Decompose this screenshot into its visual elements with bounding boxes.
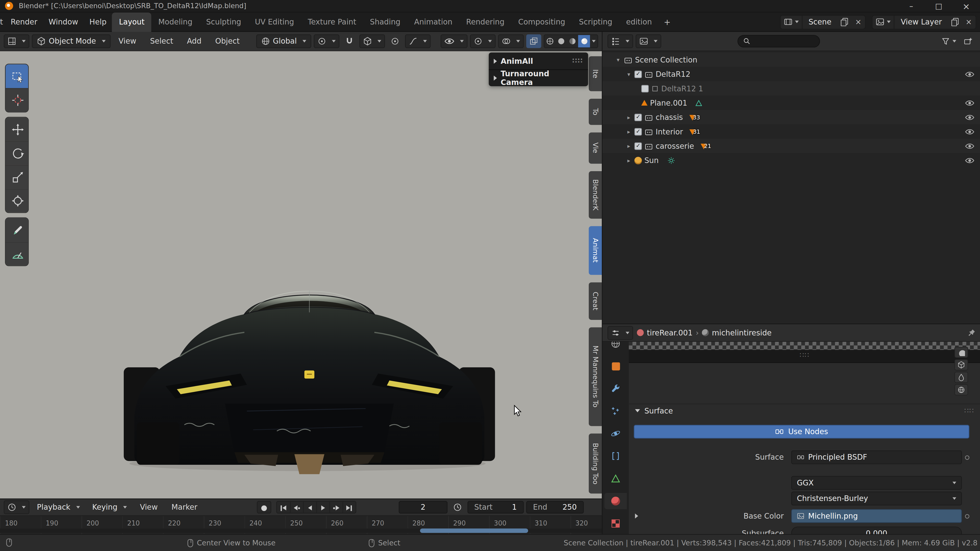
tab-texture-properties[interactable] (605, 515, 627, 532)
tab-particle-properties[interactable] (605, 403, 627, 419)
menu-view[interactable]: View (113, 37, 142, 45)
menu-render[interactable]: Render (5, 17, 43, 26)
pivot-point-dropdown[interactable] (313, 35, 339, 48)
menu-object[interactable]: Object (210, 37, 245, 45)
scene-name-field[interactable]: Scene (802, 17, 838, 26)
filter-button[interactable] (939, 35, 958, 48)
cursor-tool[interactable] (6, 88, 29, 112)
new-collection-button[interactable] (961, 35, 976, 48)
tab-constraint-properties[interactable] (605, 448, 627, 464)
use-preview-range-toggle[interactable] (450, 500, 465, 514)
workspace-tab-modeling[interactable]: Modeling (151, 12, 199, 32)
subsurface-method-dropdown[interactable]: Christensen-Burley (791, 492, 962, 505)
eye-icon[interactable] (965, 156, 974, 164)
add-workspace-button[interactable]: + (659, 17, 676, 27)
next-keyframe-button[interactable] (329, 502, 342, 514)
eye-icon[interactable] (965, 70, 974, 78)
move-tool[interactable] (6, 118, 29, 141)
expand-icon[interactable]: ▸ (625, 128, 632, 135)
checkbox[interactable]: ✓ (635, 142, 642, 149)
timeline-ruler[interactable]: 180190200 210220230 240250260 270280290 … (0, 516, 602, 534)
sidebar-tab-blenderkit[interactable]: BlenderK (589, 171, 602, 219)
tab-modifier-properties[interactable] (605, 380, 627, 397)
box-select-tool[interactable] (6, 64, 29, 88)
outliner-row-carosserie[interactable]: ▸ ✓ carosserie 21 (603, 139, 980, 153)
eye-icon[interactable] (965, 113, 974, 121)
prev-keyframe-button[interactable] (290, 502, 303, 514)
tab-data-properties[interactable] (605, 470, 627, 487)
preview-liquid-button[interactable] (955, 372, 968, 383)
playback-dropdown[interactable]: Playback (32, 500, 85, 514)
outliner-row-interior[interactable]: ▸ ✓ Interior 31 (603, 124, 980, 138)
play-reverse-button[interactable] (303, 502, 316, 514)
sidebar-tab-mr-mannequins[interactable]: Mr Mannequins To (589, 327, 602, 426)
workspace-tab-animation[interactable]: Animation (407, 12, 460, 32)
editor-type-button[interactable] (608, 35, 633, 48)
checkbox[interactable]: ✓ (635, 70, 642, 78)
drag-grip-icon[interactable]: ∷∷ (573, 57, 583, 65)
workspace-tab-texture-paint[interactable]: Texture Paint (301, 12, 363, 32)
mode-dropdown[interactable]: Object Mode (32, 35, 110, 48)
distribution-dropdown[interactable]: GGX (791, 476, 962, 490)
timeline-scrollbar-thumb[interactable] (420, 529, 528, 533)
shading-wireframe-button[interactable] (544, 35, 555, 48)
proportional-editing-toggle[interactable] (387, 35, 402, 48)
eye-icon[interactable] (965, 128, 974, 135)
delete-view-layer-button[interactable]: × (962, 15, 976, 28)
sidebar-tab-building-tool[interactable]: Building Too (589, 433, 602, 494)
breadcrumb-object[interactable]: tireRear.001 (647, 328, 693, 337)
sidebar-tab-create[interactable]: Creat (589, 283, 602, 320)
snap-toggle[interactable] (342, 35, 357, 48)
sidebar-tab-animation[interactable]: Animat (589, 226, 602, 275)
object-visibility-dropdown[interactable] (440, 35, 467, 48)
checkbox[interactable] (641, 85, 649, 92)
workspace-tab-layout[interactable]: Layout (112, 12, 151, 32)
drag-grip-icon[interactable]: ∷∷ (964, 407, 974, 415)
play-button[interactable] (316, 502, 329, 514)
end-frame-field[interactable]: End 250 (526, 501, 584, 513)
expand-arrow-icon[interactable] (635, 513, 638, 519)
viewport-3d[interactable]: Ite To Vie BlenderK Animat Creat Mr Mann… (0, 51, 602, 499)
shading-material-button[interactable] (567, 35, 579, 48)
transform-tool[interactable] (6, 189, 29, 213)
car-model[interactable] (122, 267, 497, 475)
menu-help[interactable]: Help (84, 17, 112, 26)
eye-icon[interactable] (965, 142, 974, 149)
shading-solid-button[interactable] (555, 35, 567, 48)
scale-tool[interactable] (6, 165, 29, 189)
drag-grip-icon[interactable]: ∷∷ (800, 351, 810, 359)
jump-to-end-button[interactable] (342, 502, 355, 514)
workspace-tab-edition[interactable]: edition (619, 12, 659, 32)
workspace-tab-rendering[interactable]: Rendering (460, 12, 511, 32)
auto-keying-record-button[interactable] (258, 502, 270, 514)
workspace-tab-shading[interactable]: Shading (363, 12, 407, 32)
snap-settings-dropdown[interactable] (360, 35, 385, 48)
menu-timeline-marker[interactable]: Marker (166, 503, 203, 511)
measure-tool[interactable] (6, 242, 29, 265)
view-layer-name-field[interactable]: View Layer (894, 17, 948, 26)
menu-timeline-view[interactable]: View (134, 503, 163, 511)
maximize-button[interactable]: □ (925, 0, 953, 12)
preview-world-button[interactable] (955, 384, 968, 395)
breadcrumb-material[interactable]: michelintireside (712, 328, 772, 337)
jump-to-start-button[interactable] (277, 502, 290, 514)
workspace-tab-scripting[interactable]: Scripting (572, 12, 619, 32)
panel-animall[interactable]: AnimAll ∷∷ (489, 52, 588, 69)
sidebar-tab-tool[interactable]: To (589, 99, 602, 125)
tab-physics-properties[interactable] (605, 426, 627, 442)
workspace-tab-uv-editing[interactable]: UV Editing (248, 12, 301, 32)
outliner-row-deltar12[interactable]: ▾ ✓ DeltaR12 (603, 67, 980, 81)
expand-icon[interactable]: ▸ (625, 114, 632, 120)
expand-icon[interactable]: ▸ (625, 143, 632, 149)
surface-shader-field[interactable]: Principled BSDF (791, 451, 962, 464)
outliner-row-sun[interactable]: ▸ Sun (603, 153, 980, 167)
surface-section-header[interactable]: Surface ∷∷ (629, 403, 980, 417)
overlays-dropdown[interactable] (498, 35, 523, 48)
editor-type-button[interactable] (608, 326, 633, 340)
browse-scene-button[interactable] (780, 15, 802, 28)
delete-scene-button[interactable]: × (851, 15, 865, 28)
outliner-row-chassis[interactable]: ▸ ✓ chassis 33 (603, 110, 980, 124)
keying-dropdown[interactable]: Keying (87, 500, 132, 514)
expand-icon[interactable]: ▾ (625, 71, 632, 77)
annotate-tool[interactable] (6, 218, 29, 242)
